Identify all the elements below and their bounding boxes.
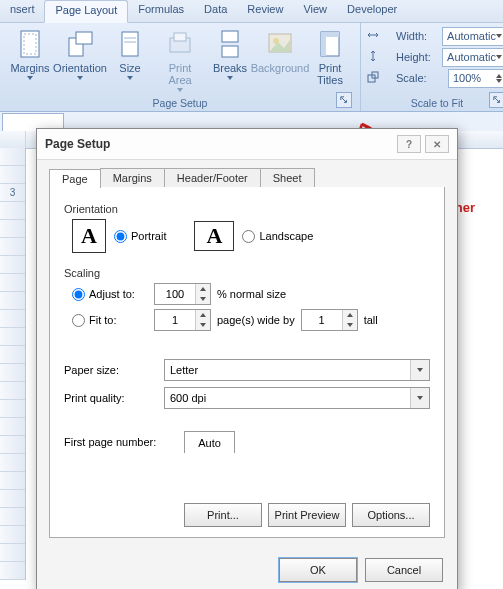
scale-icon xyxy=(367,71,379,85)
height-field[interactable]: Automatic xyxy=(442,48,503,67)
row-headers: 3 xyxy=(0,148,26,580)
dialog-titlebar[interactable]: Page Setup ? ✕ xyxy=(37,129,457,160)
chevron-down-icon xyxy=(496,55,502,59)
dialog-title: Page Setup xyxy=(45,137,110,151)
margins-icon xyxy=(14,28,46,60)
fit-wide-spinner[interactable] xyxy=(154,309,211,331)
size-icon xyxy=(114,28,146,60)
close-button[interactable]: ✕ xyxy=(425,135,449,153)
width-field[interactable]: Automatic xyxy=(442,27,503,46)
breaks-icon xyxy=(214,28,246,60)
breaks-button[interactable]: Breaks xyxy=(206,26,254,95)
print-button[interactable]: Print... xyxy=(184,503,262,527)
print-quality-label: Print quality: xyxy=(64,392,154,404)
dialog-launcher-scale-to-fit[interactable] xyxy=(489,92,503,108)
chevron-down-icon xyxy=(27,76,33,80)
width-icon xyxy=(367,29,379,43)
fit-suffix: tall xyxy=(364,314,378,326)
row-header-3[interactable]: 3 xyxy=(0,184,25,202)
tab-page[interactable]: Page xyxy=(49,169,101,188)
svg-rect-9 xyxy=(222,31,238,42)
scaling-label: Scaling xyxy=(64,267,430,279)
tab-data[interactable]: Data xyxy=(194,0,237,22)
adjust-suffix: % normal size xyxy=(217,288,286,300)
tab-margins[interactable]: Margins xyxy=(100,168,165,187)
background-icon xyxy=(264,28,296,60)
tab-insert[interactable]: nsert xyxy=(0,0,44,22)
chevron-down-icon xyxy=(496,34,502,38)
dialog-tabs: Page Margins Header/Footer Sheet xyxy=(49,168,445,188)
cancel-button[interactable]: Cancel xyxy=(365,558,443,582)
print-quality-combo[interactable] xyxy=(164,387,430,409)
print-titles-button[interactable]: Print Titles xyxy=(306,26,354,95)
margins-button[interactable]: Margins xyxy=(6,26,54,95)
print-area-icon xyxy=(164,28,196,60)
chevron-down-icon xyxy=(410,360,429,380)
fit-to-radio[interactable]: Fit to: xyxy=(72,314,148,327)
first-page-label: First page number: xyxy=(64,436,174,448)
chevron-down-icon xyxy=(410,388,429,408)
orientation-button[interactable]: Orientation xyxy=(56,26,104,95)
group-scale-to-fit: Width: Automatic Height: Automatic Scale… xyxy=(361,23,503,111)
help-button[interactable]: ? xyxy=(397,135,421,153)
first-page-input[interactable] xyxy=(184,431,235,453)
svg-rect-4 xyxy=(122,32,138,56)
chevron-down-icon xyxy=(127,76,133,80)
tab-review[interactable]: Review xyxy=(237,0,293,22)
chevron-down-icon xyxy=(77,76,83,80)
ribbon-tabbar: nsert Page Layout Formulas Data Review V… xyxy=(0,0,503,23)
svg-rect-3 xyxy=(76,32,92,44)
scale-field[interactable]: 100% xyxy=(448,69,503,88)
portrait-radio[interactable]: Portrait xyxy=(114,230,166,243)
adjust-to-radio[interactable]: Adjust to: xyxy=(72,288,148,301)
paper-size-label: Paper size: xyxy=(64,364,154,376)
tab-view[interactable]: View xyxy=(293,0,337,22)
options-button[interactable]: Options... xyxy=(352,503,430,527)
tab-sheet[interactable]: Sheet xyxy=(260,168,315,187)
ribbon: Margins Orientation Size xyxy=(0,23,503,112)
ok-button[interactable]: OK xyxy=(279,558,357,582)
size-button[interactable]: Size xyxy=(106,26,154,95)
tab-header-footer[interactable]: Header/Footer xyxy=(164,168,261,187)
svg-rect-8 xyxy=(174,33,186,41)
print-preview-button[interactable]: Print Preview xyxy=(268,503,346,527)
portrait-icon: A xyxy=(72,219,106,253)
height-icon xyxy=(367,50,379,64)
print-titles-icon xyxy=(314,28,346,60)
chevron-down-icon xyxy=(227,76,233,80)
height-label: Height: xyxy=(382,51,439,63)
width-label: Width: xyxy=(382,30,439,42)
svg-rect-10 xyxy=(222,46,238,57)
chevron-down-icon xyxy=(177,88,183,92)
landscape-icon: A xyxy=(194,221,234,251)
fit-mid-label: page(s) wide by xyxy=(217,314,295,326)
scale-label: Scale: xyxy=(382,72,445,84)
dialog-panel: Orientation A Portrait A Landscape Scali… xyxy=(49,187,445,538)
dialog-launcher-page-setup[interactable] xyxy=(336,92,352,108)
page-setup-dialog: Page Setup ? ✕ Page Margins Header/Foote… xyxy=(36,128,458,589)
landscape-radio[interactable]: Landscape xyxy=(242,230,313,243)
tab-page-layout[interactable]: Page Layout xyxy=(44,0,128,23)
adjust-to-spinner[interactable] xyxy=(154,283,211,305)
fit-tall-spinner[interactable] xyxy=(301,309,358,331)
orientation-icon xyxy=(64,28,96,60)
svg-rect-15 xyxy=(321,32,326,56)
background-button[interactable]: Background xyxy=(256,26,304,95)
tab-formulas[interactable]: Formulas xyxy=(128,0,194,22)
print-area-button[interactable]: Print Area xyxy=(156,26,204,95)
tab-developer[interactable]: Developer xyxy=(337,0,407,22)
paper-size-combo[interactable] xyxy=(164,359,430,381)
group-title-scale-to-fit: Scale to Fit xyxy=(367,95,503,110)
group-title-page-setup: Page Setup xyxy=(6,95,354,110)
orientation-label: Orientation xyxy=(64,203,430,215)
group-page-setup: Margins Orientation Size xyxy=(0,23,361,111)
